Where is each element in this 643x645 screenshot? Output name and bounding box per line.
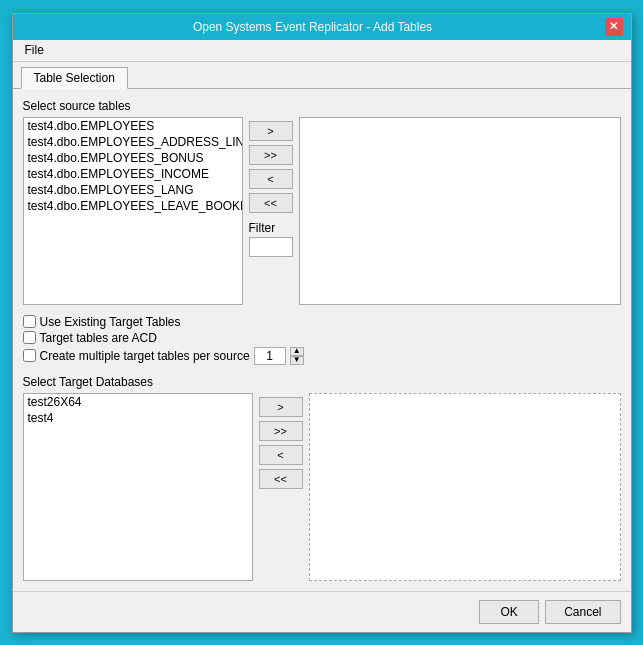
target-acd-checkbox[interactable] [23,331,36,344]
move-right-one-button[interactable]: > [249,121,293,141]
selected-source-panel [299,117,621,305]
list-item[interactable]: test26X64 [24,394,252,410]
tabs-bar: Table Selection [13,62,631,89]
close-button[interactable]: ✕ [605,18,623,36]
target-btn-column: > >> < << [259,393,303,581]
list-item[interactable]: test4.dbo.EMPLOYEES_ADDRESS_LINE [24,134,242,150]
footer: OK Cancel [13,591,631,632]
cancel-button[interactable]: Cancel [545,600,620,624]
selected-target-panel [309,393,621,581]
use-existing-row[interactable]: Use Existing Target Tables [23,315,621,329]
multiple-tables-row: Create multiple target tables per source… [23,347,621,365]
spinner-down-button[interactable]: ▼ [290,356,304,365]
list-item[interactable]: test4.dbo.EMPLOYEES [24,118,242,134]
selected-target-list[interactable] [309,393,621,581]
source-tables-list[interactable]: test4.dbo.EMPLOYEES test4.dbo.EMPLOYEES_… [23,117,243,305]
title-bar: Open Systems Event Replicator - Add Tabl… [13,14,631,40]
divider2 [23,367,621,375]
source-btn-column: > >> < << Filter [249,117,293,305]
list-item[interactable]: test4.dbo.EMPLOYEES_LANG [24,182,242,198]
use-existing-label: Use Existing Target Tables [40,315,181,329]
filter-label: Filter [249,221,293,235]
list-item[interactable]: test4.dbo.EMPLOYEES_LEAVE_BOOKED [24,198,242,214]
main-window: Open Systems Event Replicator - Add Tabl… [12,13,632,633]
use-existing-checkbox[interactable] [23,315,36,328]
content-area: Select source tables test4.dbo.EMPLOYEES… [13,89,631,591]
move-right-all-button[interactable]: >> [249,145,293,165]
multiple-tables-checkbox[interactable] [23,349,36,362]
target-label: Select Target Databases [23,375,621,389]
target-db-list[interactable]: test26X64 test4 [23,393,253,581]
db-move-right-all-button[interactable]: >> [259,421,303,441]
divider [23,305,621,313]
file-menu[interactable]: File [19,41,50,59]
spinner-buttons: ▲ ▼ [290,347,304,365]
target-acd-row[interactable]: Target tables are ACD [23,331,621,345]
move-left-one-button[interactable]: < [249,169,293,189]
source-transfer-row: test4.dbo.EMPLOYEES test4.dbo.EMPLOYEES_… [23,117,621,305]
target-section: Select Target Databases test26X64 test4 … [23,375,621,581]
filter-area: Filter [249,221,293,257]
list-item[interactable]: test4.dbo.EMPLOYEES_BONUS [24,150,242,166]
source-label: Select source tables [23,99,621,113]
menu-bar: File [13,40,631,62]
source-section: Select source tables test4.dbo.EMPLOYEES… [23,99,621,305]
db-move-left-one-button[interactable]: < [259,445,303,465]
options-area: Use Existing Target Tables Target tables… [23,313,621,367]
target-db-area: test26X64 test4 [23,393,253,581]
list-item[interactable]: test4.dbo.EMPLOYEES_INCOME [24,166,242,182]
multiple-tables-label: Create multiple target tables per source [40,349,250,363]
ok-button[interactable]: OK [479,600,539,624]
move-left-all-button[interactable]: << [249,193,293,213]
list-item[interactable]: test4 [24,410,252,426]
filter-input[interactable] [249,237,293,257]
target-acd-label: Target tables are ACD [40,331,157,345]
db-move-right-one-button[interactable]: > [259,397,303,417]
target-transfer-row: test26X64 test4 > >> < << [23,393,621,581]
tab-table-selection[interactable]: Table Selection [21,67,128,89]
selected-source-list[interactable] [299,117,621,305]
multiple-tables-spinner[interactable] [254,347,286,365]
db-move-left-all-button[interactable]: << [259,469,303,489]
window-title: Open Systems Event Replicator - Add Tabl… [21,20,605,34]
